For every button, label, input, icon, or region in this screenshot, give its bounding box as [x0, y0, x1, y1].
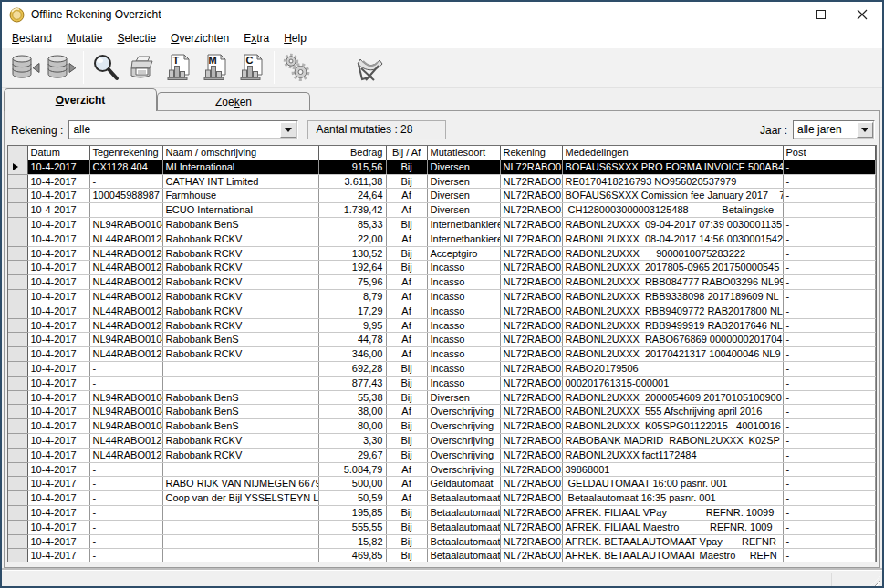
table-row[interactable]: 10-4-2017NL44RABO0123Rabobank RCKV29,67B… — [8, 448, 875, 462]
search-button[interactable] — [88, 50, 124, 85]
row-selector-cell[interactable] — [8, 549, 27, 562]
table-row[interactable]: 10-4-2017NL94RABO0104Rabobank BenS55,38B… — [8, 390, 875, 405]
cell-bij-af: Af — [386, 289, 427, 304]
column-header-naam[interactable]: Naam / omschrijving — [162, 146, 318, 160]
row-selector-cell[interactable] — [8, 289, 27, 304]
row-selector-cell[interactable] — [8, 261, 27, 275]
resize-grip-icon[interactable] — [868, 576, 880, 588]
table-row[interactable]: 10-4-2017NL94RABO0104Rabobank BenS38,00A… — [8, 405, 875, 419]
cell-mutatiesoort: Overschrijving — [427, 405, 500, 419]
row-selector-cell[interactable] — [8, 491, 27, 506]
column-header-tegenrekening[interactable]: Tegenrekening — [89, 146, 162, 160]
row-selector-cell[interactable] — [8, 160, 27, 174]
row-selector-cell[interactable] — [8, 203, 27, 218]
mutations-body: 10-4-2017CX1128 404MI International915,5… — [8, 160, 875, 562]
table-row[interactable]: 10-4-2017NL44RABO0123Rabobank RCKV17,29A… — [8, 304, 875, 318]
next-database-button[interactable] — [43, 50, 79, 85]
row-selector-cell[interactable] — [8, 333, 27, 347]
table-row[interactable]: 10-4-2017NL94RABO0104Rabobank BenS85,33B… — [8, 217, 875, 232]
settings-button[interactable] — [278, 50, 315, 85]
cell-tegenrekening: NL94RABO0104 — [89, 405, 162, 419]
jaar-dropdown-button[interactable] — [857, 122, 873, 138]
row-selector-cell[interactable] — [8, 419, 27, 434]
table-row[interactable]: 10-4-2017-ECUO International1.739,42AfDi… — [8, 203, 875, 218]
table-row[interactable]: 10-4-2017NL44RABO0123Rabobank RCKV3,30Bi… — [8, 433, 875, 448]
jaar-selected-value: alle jaren — [794, 121, 856, 139]
row-selector-cell[interactable] — [8, 318, 27, 333]
menu-item-help[interactable]: Help — [276, 30, 314, 46]
menu-item-overzichten[interactable]: Overzichten — [163, 30, 236, 46]
rekening-select[interactable]: alle — [68, 120, 298, 139]
row-selector-cell[interactable] — [8, 232, 27, 246]
table-row[interactable]: 10-4-2017NL44RABO0123Rabobank RCKV192,64… — [8, 261, 875, 275]
row-selector-cell[interactable] — [8, 405, 27, 419]
menu-item-selectie[interactable]: Selectie — [109, 30, 163, 46]
table-row[interactable]: 10-4-2017NL94RABO0104Rabobank BenS44,78A… — [8, 333, 875, 347]
row-selector-cell[interactable] — [8, 448, 27, 462]
column-header-bedrag[interactable]: Bedrag — [318, 146, 386, 160]
maximize-button[interactable] — [800, 2, 841, 27]
toolbar: T M C — [2, 48, 882, 88]
column-header-bij-af[interactable]: Bij / Af — [386, 146, 427, 160]
table-row[interactable]: 10-4-2017-555,55BijBetaalautomaatNL72RAB… — [8, 520, 875, 534]
report-mutations-button[interactable]: M — [197, 50, 234, 85]
report-totals-button[interactable]: T — [161, 50, 197, 85]
row-selector-cell[interactable] — [8, 189, 27, 203]
row-selector-cell[interactable] — [8, 275, 27, 290]
row-selector-cell[interactable] — [8, 534, 27, 549]
jaar-select[interactable]: alle jaren — [793, 120, 875, 139]
table-row[interactable]: 10-4-2017-RABO RIJK VAN NIJMEGEN 6679EN5… — [8, 477, 875, 491]
table-row[interactable]: 10-4-2017NL44RABO0123Rabobank RCKV346,00… — [8, 347, 875, 362]
rekening-dropdown-button[interactable] — [280, 122, 296, 138]
table-row[interactable]: 10-4-2017-877,43BijIncassoNL72RABO010002… — [8, 376, 875, 390]
table-row[interactable]: 10-4-2017-5.084,79AfOverschrijvingNL72RA… — [8, 462, 875, 477]
row-selector-cell[interactable] — [8, 390, 27, 405]
column-header-post[interactable]: Post — [783, 146, 875, 160]
row-selector-cell[interactable] — [8, 347, 27, 362]
table-row[interactable]: 10-4-2017-195,85BijBetaalautomaatNL72RAB… — [8, 505, 875, 520]
print-button[interactable] — [124, 50, 161, 85]
row-selector-cell[interactable] — [8, 246, 27, 261]
menu-item-mutatie[interactable]: Mutatie — [59, 30, 109, 46]
table-row[interactable]: 10-4-2017NL44RABO0123Rabobank RCKV9,95Af… — [8, 318, 875, 333]
row-selector-cell[interactable] — [8, 376, 27, 390]
row-selector-cell[interactable] — [8, 462, 27, 477]
close-button[interactable] — [841, 2, 882, 27]
row-selector-cell[interactable] — [8, 433, 27, 448]
column-header-datum[interactable]: Datum — [27, 146, 89, 160]
table-row[interactable]: 10-4-2017NL44RABO0123Rabobank RCKV130,52… — [8, 246, 875, 261]
table-row[interactable]: 10-4-2017NL44RABO0123Rabobank RCKV8,79Af… — [8, 289, 875, 304]
row-selector-cell[interactable] — [8, 520, 27, 534]
previous-database-button[interactable] — [6, 50, 43, 85]
cell-mededelingen: RABO20179506 — [562, 361, 783, 376]
table-row[interactable]: 10-4-2017CX1128 404MI International915,5… — [8, 160, 875, 174]
tab-overzicht[interactable]: Overzicht — [4, 88, 157, 111]
table-row[interactable]: 10-4-2017-CATHAY INT Limited3.611,38BijD… — [8, 174, 875, 189]
row-selector-cell[interactable] — [8, 174, 27, 189]
row-selector-cell[interactable] — [8, 477, 27, 491]
tab-zoeken[interactable]: Zoeken — [157, 92, 310, 111]
column-header-mededelingen[interactable]: Mededelingen — [562, 146, 783, 160]
row-selector-cell[interactable] — [8, 304, 27, 318]
cell-mededelingen: 000201761315-000001 — [562, 376, 783, 390]
cell-post: - — [783, 376, 875, 390]
cell-bedrag: 195,85 — [318, 505, 386, 520]
row-selector-cell[interactable] — [8, 217, 27, 232]
table-row[interactable]: 10-4-2017NL94RABO0104Rabobank BenS80,00B… — [8, 419, 875, 434]
table-row[interactable]: 10-4-2017NL44RABO0123Rabobank RCKV22,00A… — [8, 232, 875, 246]
column-header-mutatiesoort[interactable]: Mutatiesoort — [427, 146, 500, 160]
menu-item-extra[interactable]: Extra — [236, 30, 276, 46]
menu-item-bestand[interactable]: Bestand — [5, 30, 59, 46]
table-row[interactable]: 10-4-2017NL44RABO0123Rabobank RCKV75,96A… — [8, 275, 875, 290]
table-row[interactable]: 10-4-2017100045988987Farmhouse24,64AfDiv… — [8, 189, 875, 203]
row-selector-cell[interactable] — [8, 505, 27, 520]
table-row[interactable]: 10-4-2017-15,82BijBetaalautomaatNL72RABO… — [8, 534, 875, 549]
column-header-rekening[interactable]: Rekening — [500, 146, 562, 160]
minimize-button[interactable] — [759, 2, 800, 27]
exit-button[interactable] — [351, 50, 388, 85]
row-selector-cell[interactable] — [8, 361, 27, 376]
table-row[interactable]: 10-4-2017-469,85BijBetaalautomaatNL72RAB… — [8, 549, 875, 562]
table-row[interactable]: 10-4-2017-692,28BijIncassoNL72RABO01RABO… — [8, 361, 875, 376]
report-categories-button[interactable]: C — [234, 50, 270, 85]
table-row[interactable]: 10-4-2017-Coop van der Bijl YSSELSTEYN L… — [8, 491, 875, 506]
